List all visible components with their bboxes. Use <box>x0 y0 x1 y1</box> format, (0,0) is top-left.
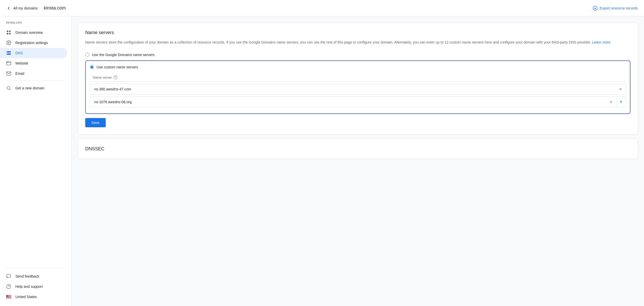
ns-input-2[interactable] <box>90 97 606 107</box>
sidebar-label-registration-settings: Registration settings <box>15 41 48 45</box>
svg-point-48 <box>7 296 7 296</box>
sidebar-divider <box>6 81 65 81</box>
top-header: All my domains kinsta.com Export resourc… <box>0 0 644 16</box>
svg-rect-25 <box>6 297 11 297</box>
svg-point-53 <box>7 296 7 297</box>
dnssec-title: DNSSEC <box>85 146 630 152</box>
svg-point-35 <box>6 296 7 296</box>
svg-point-10 <box>7 54 8 54</box>
help-circle-icon[interactable] <box>113 75 117 79</box>
save-button[interactable]: Save <box>85 118 106 127</box>
svg-point-57 <box>6 297 7 297</box>
svg-point-39 <box>8 296 8 296</box>
sidebar-item-send-feedback[interactable]: Send feedback <box>0 271 67 281</box>
sidebar-label-website: Website <box>15 61 28 65</box>
website-icon <box>6 61 11 66</box>
name-servers-title: Name servers <box>85 30 630 35</box>
dnssec-card: DNSSEC <box>78 139 638 159</box>
svg-rect-2 <box>7 31 8 32</box>
back-label: All my domains <box>13 6 38 10</box>
help-icon <box>6 284 11 289</box>
svg-point-45 <box>8 296 8 296</box>
search-icon <box>6 86 11 91</box>
main-content: Name servers Name servers store the conf… <box>72 16 644 306</box>
svg-point-9 <box>7 52 8 52</box>
ns-column-header: Name server <box>90 73 626 82</box>
svg-point-6 <box>8 42 9 44</box>
sidebar-label-email: Email <box>15 71 24 76</box>
sidebar: kinsta.com Domain overview Registration <box>0 16 72 306</box>
svg-rect-8 <box>7 54 11 55</box>
dns-icon <box>6 50 11 56</box>
sidebar-label-get-new-domain: Get a new domain <box>15 86 45 90</box>
sidebar-item-registration-settings[interactable]: Registration settings <box>0 38 67 48</box>
sidebar-item-dns[interactable]: DNS <box>0 48 67 58</box>
email-icon <box>6 71 11 76</box>
feedback-icon <box>6 274 11 279</box>
svg-point-58 <box>7 297 7 297</box>
svg-point-47 <box>7 296 7 296</box>
sidebar-item-united-states[interactable]: United States <box>0 292 67 302</box>
svg-point-30 <box>7 295 7 296</box>
ns-column-label: Name server <box>93 76 112 79</box>
svg-point-36 <box>7 296 7 296</box>
learn-more-link[interactable]: Learn more <box>592 40 610 44</box>
svg-point-40 <box>6 296 7 296</box>
sidebar-item-get-new-domain[interactable]: Get a new domain <box>0 83 67 93</box>
sidebar-label-united-states: United States <box>15 295 37 299</box>
sidebar-nav: Domain overview Registration settings <box>0 26 71 266</box>
svg-point-43 <box>7 296 8 296</box>
svg-point-38 <box>7 296 8 296</box>
svg-point-55 <box>8 296 8 297</box>
grid-icon <box>6 30 11 35</box>
svg-point-59 <box>7 297 7 297</box>
svg-point-52 <box>7 296 7 297</box>
svg-rect-7 <box>7 51 11 52</box>
svg-rect-17 <box>7 275 11 278</box>
custom-ns-radio-input[interactable] <box>90 65 94 69</box>
sidebar-label-domain-overview: Domain overview <box>15 30 43 35</box>
us-flag-icon <box>6 294 11 299</box>
back-button[interactable]: All my domains <box>6 6 38 11</box>
svg-point-31 <box>7 295 7 296</box>
sidebar-domain: kinsta.com <box>0 16 71 26</box>
ns-entry-2: + <box>90 97 626 107</box>
add-ns-button[interactable]: + <box>616 97 626 107</box>
google-ns-radio[interactable] <box>85 53 89 57</box>
svg-point-19 <box>7 284 11 289</box>
svg-rect-3 <box>9 31 11 32</box>
svg-rect-4 <box>7 33 8 35</box>
sidebar-label-send-feedback: Send feedback <box>15 274 39 278</box>
ns-clear-2[interactable] <box>606 98 616 106</box>
sidebar-item-website[interactable]: Website <box>0 58 67 68</box>
svg-point-61 <box>8 297 8 297</box>
sidebar-label-help-support: Help and support <box>15 284 43 289</box>
svg-point-49 <box>7 296 8 296</box>
clear-icon-1 <box>618 87 622 91</box>
sidebar-item-domain-overview[interactable]: Domain overview <box>0 27 67 38</box>
ns-clear-1[interactable] <box>615 85 626 93</box>
export-label: Export resource records <box>600 6 638 10</box>
export-icon <box>593 6 598 11</box>
sidebar-label-dns: DNS <box>15 51 23 55</box>
google-name-servers-option[interactable]: Use the Google Domains name servers <box>85 50 630 59</box>
svg-point-29 <box>6 295 7 296</box>
svg-point-34 <box>8 295 8 296</box>
google-ns-label: Use the Google Domains name servers <box>92 53 155 57</box>
export-resource-records-button[interactable]: Export resource records <box>593 6 638 11</box>
svg-point-56 <box>8 296 8 297</box>
svg-rect-27 <box>6 298 11 298</box>
svg-point-41 <box>7 296 7 296</box>
sidebar-item-help-support[interactable]: Help and support <box>0 281 67 292</box>
page-layout: kinsta.com Domain overview Registration <box>0 16 644 306</box>
svg-rect-5 <box>9 33 11 35</box>
custom-ns-label: Use custom name servers <box>96 65 138 69</box>
svg-point-51 <box>6 296 7 297</box>
custom-ns-radio-row[interactable]: Use custom name servers <box>90 65 626 69</box>
name-servers-description: Name servers store the configuration of … <box>85 39 630 45</box>
name-servers-card: Name servers Name servers store the conf… <box>78 23 638 135</box>
ns-input-1[interactable] <box>90 84 615 94</box>
sidebar-item-email[interactable]: Email <box>0 68 67 79</box>
svg-point-15 <box>7 86 10 89</box>
svg-line-16 <box>10 89 11 90</box>
